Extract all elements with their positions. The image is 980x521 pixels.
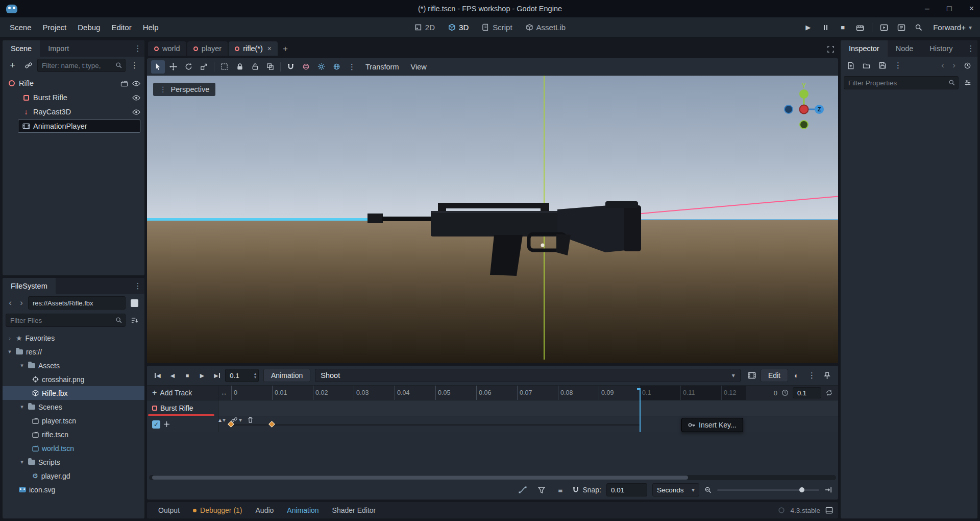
expand-viewport-button[interactable] xyxy=(824,42,837,56)
scene-dock-menu-icon[interactable]: ⋮ xyxy=(131,42,144,55)
inspector-back-button[interactable]: ‹ xyxy=(938,59,947,72)
fs-item-player-gd[interactable]: ⚙ player.gd xyxy=(3,469,144,483)
tab-filesystem[interactable]: FileSystem xyxy=(3,278,56,294)
menu-editor[interactable]: Editor xyxy=(106,20,137,35)
keyframe-timeline[interactable]: ▴▾ ▾ xyxy=(218,416,838,432)
track-timeline[interactable] xyxy=(218,400,838,416)
select-tool-button[interactable] xyxy=(151,60,165,74)
scene-tab-player[interactable]: player xyxy=(187,41,228,56)
add-track-button[interactable]: + Add Track xyxy=(152,388,192,397)
time-spinner[interactable]: ▴▾ xyxy=(254,372,256,379)
mode-script[interactable]: Script xyxy=(478,21,516,34)
inspector-menu-icon[interactable]: ⋮ xyxy=(964,42,977,55)
lock-button[interactable] xyxy=(233,60,247,74)
snap-toggle-button[interactable] xyxy=(284,60,298,74)
close-button[interactable]: × xyxy=(969,4,974,13)
instance-scene-button[interactable] xyxy=(21,59,35,72)
fs-item-rifle-fbx[interactable]: Rifle.fbx xyxy=(3,386,144,400)
scene-node-raycast3d[interactable]: ↓ RayCast3D xyxy=(3,105,144,119)
scene-tree-menu-icon[interactable]: ⋮ xyxy=(128,59,141,72)
tab-import[interactable]: Import xyxy=(40,40,77,57)
node-rename-field[interactable]: AnimationPlayer xyxy=(18,120,140,133)
timeline-playhead[interactable] xyxy=(640,388,641,432)
timeline-zoom-slider[interactable] xyxy=(717,489,819,491)
track-enabled-checkbox[interactable]: ✓ xyxy=(152,420,160,429)
fs-item-scripts[interactable]: ▾ Scripts xyxy=(3,455,144,469)
animation-name-select[interactable]: Shoot ▾ xyxy=(315,369,741,382)
scene-filter-input[interactable] xyxy=(37,59,126,72)
preview-sun-button[interactable] xyxy=(314,60,328,74)
unlock-button[interactable] xyxy=(248,60,262,74)
toggle-bottom-panel-icon[interactable] xyxy=(825,507,833,514)
play-button[interactable]: ▶ xyxy=(801,21,815,34)
timeline-empty-area[interactable] xyxy=(147,432,838,475)
animation-options-icon[interactable]: ⋮ xyxy=(805,369,819,382)
filter-tracks-button[interactable] xyxy=(534,483,548,496)
group-tracks-button[interactable]: ≡ xyxy=(553,483,567,496)
open-scene-icon[interactable] xyxy=(120,80,128,87)
bottom-tab-audio[interactable]: Audio xyxy=(250,502,280,518)
slider-handle[interactable] xyxy=(799,487,804,492)
scene-tab-rifle[interactable]: rifle(*) × xyxy=(229,41,278,56)
animation-libraries-button[interactable] xyxy=(745,369,759,382)
play-scene-button[interactable] xyxy=(877,21,891,34)
box-select-button[interactable] xyxy=(217,60,231,74)
play-custom-scene-button[interactable] xyxy=(894,21,909,34)
zoom-out-icon[interactable] xyxy=(704,486,712,494)
stop-button[interactable]: ■ xyxy=(836,21,850,34)
onion-skinning-button[interactable]: ◐ xyxy=(790,369,803,382)
fs-item-world-tscn[interactable]: world.tscn xyxy=(3,441,144,455)
scene-node-rifle[interactable]: Rifle xyxy=(3,76,144,90)
anim-stop-button[interactable]: ■ xyxy=(181,369,194,382)
bottom-tab-animation[interactable]: Animation xyxy=(281,502,325,518)
menu-debug[interactable]: Debug xyxy=(72,20,106,35)
rotate-tool-button[interactable] xyxy=(182,60,195,74)
edit-button[interactable]: Edit xyxy=(761,369,788,382)
current-time-input[interactable] xyxy=(226,372,248,380)
fs-forward-button[interactable]: › xyxy=(17,296,26,310)
mode-2d[interactable]: 2D xyxy=(410,21,439,34)
view-menu[interactable]: View xyxy=(406,61,432,73)
eye-icon[interactable] xyxy=(132,81,140,86)
tab-node[interactable]: Node xyxy=(888,40,922,57)
movie-maker-button[interactable] xyxy=(853,21,867,34)
close-tab-icon[interactable]: × xyxy=(267,44,272,53)
trash-icon[interactable] xyxy=(247,416,254,423)
current-time-box[interactable]: ▴▾ xyxy=(225,369,259,382)
minimize-button[interactable]: – xyxy=(925,4,929,13)
fs-split-view-button[interactable] xyxy=(128,296,141,310)
fs-item-icon-svg[interactable]: icon.svg xyxy=(3,483,144,496)
mode-assetlib[interactable]: AssetLib xyxy=(522,21,570,34)
new-scene-tab-button[interactable]: + xyxy=(279,42,292,56)
timeline-scrollbar[interactable] xyxy=(149,475,836,480)
loop-icon[interactable] xyxy=(825,389,833,396)
renderer-select[interactable]: Forward+ ▾ xyxy=(929,21,976,34)
fs-item-crosshair[interactable]: crosshair.png xyxy=(3,372,144,386)
perspective-selector[interactable]: ⋮ Perspective xyxy=(153,83,215,96)
viewport-options-icon[interactable]: ⋮ xyxy=(345,60,359,74)
save-resource-button[interactable] xyxy=(875,59,889,72)
snap-value-input[interactable] xyxy=(606,483,647,496)
bottom-tab-output[interactable]: Output xyxy=(152,502,186,518)
clock-icon[interactable] xyxy=(781,389,789,396)
play-from-end-button[interactable]: ▶ xyxy=(210,369,224,382)
collapse-arrow-icon[interactable]: ▾ xyxy=(19,459,25,465)
maximize-button[interactable]: □ xyxy=(947,4,952,13)
transform-menu[interactable]: Transform xyxy=(360,61,404,73)
fs-item-res[interactable]: ▾ res:// xyxy=(3,345,144,359)
menu-project[interactable]: Project xyxy=(37,20,72,35)
view-gizmo[interactable]: Y Z xyxy=(781,81,827,130)
tab-scene[interactable]: Scene xyxy=(3,40,40,57)
filter-options-button[interactable] xyxy=(961,76,974,89)
resource-options-icon[interactable]: ⋮ xyxy=(891,59,905,72)
move-tool-button[interactable] xyxy=(166,60,180,74)
pan-timeline-icon[interactable]: ↔ xyxy=(220,389,227,397)
object-history-button[interactable] xyxy=(961,59,974,72)
filesystem-menu-icon[interactable]: ⋮ xyxy=(131,279,144,293)
preview-sphere-button[interactable] xyxy=(299,60,313,74)
bottom-tab-shader-editor[interactable]: Shader Editor xyxy=(326,502,382,518)
ease-mode-button[interactable]: ▴▾ xyxy=(218,416,226,423)
fs-filter-input[interactable] xyxy=(6,314,126,327)
time-unit-select[interactable]: Seconds ▾ xyxy=(652,483,699,496)
fs-item-assets[interactable]: ▾ Assets xyxy=(3,359,144,372)
